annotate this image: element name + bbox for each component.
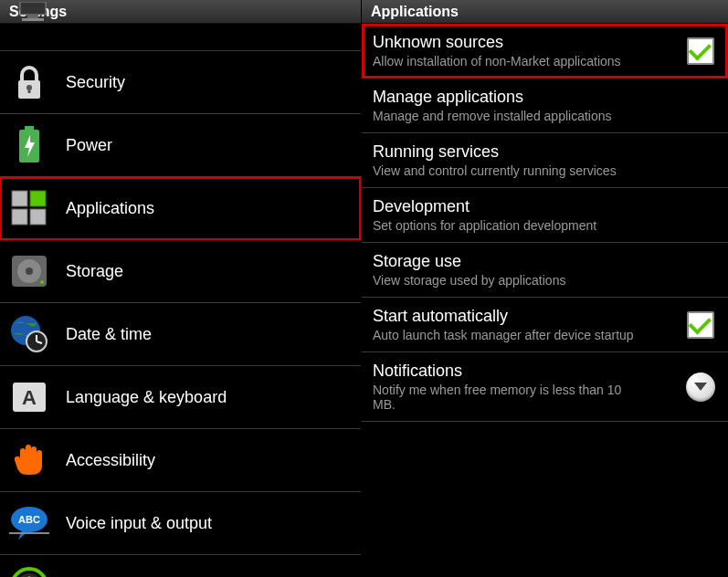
svg-text:ABC: ABC xyxy=(18,514,40,525)
item-subtitle: Notify me when free memory is less than … xyxy=(373,383,647,412)
voice-abc-icon: ABC xyxy=(9,503,49,543)
settings-item-security[interactable]: Security xyxy=(0,51,361,114)
app-item-running-services[interactable]: Running services View and control curren… xyxy=(362,133,728,188)
app-item-storage-use[interactable]: Storage use View storage used by applica… xyxy=(362,243,728,298)
settings-item-truncated[interactable] xyxy=(0,24,361,51)
svg-text:A: A xyxy=(22,386,37,409)
settings-item-accessibility[interactable]: Accessibility xyxy=(0,429,361,492)
item-subtitle: Allow installation of non-Market applica… xyxy=(373,54,677,68)
applications-header: Applications xyxy=(362,0,728,24)
display-icon xyxy=(15,2,51,24)
item-title: Storage use xyxy=(373,252,717,271)
applications-pane: Applications Unknown sources Allow insta… xyxy=(362,0,728,577)
svg-rect-2 xyxy=(22,18,44,21)
svg-rect-9 xyxy=(12,191,27,206)
start-automatically-checkbox[interactable] xyxy=(684,309,717,341)
app-item-start-automatically[interactable]: Start automatically Auto launch task man… xyxy=(362,298,728,352)
item-title: Running services xyxy=(373,142,717,162)
item-title: Start automatically xyxy=(373,307,677,326)
applications-title: Applications xyxy=(371,4,459,20)
checkbox-checked-icon xyxy=(687,37,714,65)
app-item-unknown-sources[interactable]: Unknown sources Allow installation of no… xyxy=(362,24,728,79)
settings-item-applications[interactable]: Applications xyxy=(0,177,361,240)
svg-point-16 xyxy=(40,280,44,284)
item-title: Unknown sources xyxy=(373,33,677,52)
settings-item-label: Security xyxy=(66,73,125,92)
item-title: Notifications xyxy=(373,362,677,381)
svg-rect-25 xyxy=(9,532,49,534)
settings-item-about-phone[interactable]: About phone xyxy=(0,555,361,577)
item-title: Development xyxy=(373,197,717,216)
hand-icon xyxy=(9,440,49,480)
svg-rect-11 xyxy=(12,209,27,225)
svg-rect-1 xyxy=(27,15,38,18)
item-subtitle: Set options for application development xyxy=(373,218,717,233)
svg-point-27 xyxy=(16,573,42,577)
svg-rect-10 xyxy=(30,191,46,206)
info-icon xyxy=(9,566,49,577)
settings-item-voice-input-output[interactable]: ABC Voice input & output xyxy=(0,492,361,555)
settings-item-power[interactable]: Power xyxy=(0,114,361,177)
svg-rect-0 xyxy=(20,2,46,15)
settings-list: Security Power xyxy=(0,24,361,577)
item-subtitle: Auto launch task manager after device st… xyxy=(373,328,677,342)
app-item-manage-applications[interactable]: Manage applications Manage and remove in… xyxy=(362,79,728,133)
settings-item-label: Storage xyxy=(66,262,123,281)
svg-rect-6 xyxy=(25,126,34,130)
app-item-development[interactable]: Development Set options for application … xyxy=(362,188,728,243)
settings-item-label: Power xyxy=(66,136,112,155)
settings-item-label: Accessibility xyxy=(66,451,155,470)
svg-point-15 xyxy=(26,268,33,275)
settings-item-language-keyboard[interactable]: A Language & keyboard xyxy=(0,366,361,429)
chevron-down-icon xyxy=(686,372,715,402)
lock-icon xyxy=(9,62,49,102)
settings-pane: Settings xyxy=(0,0,362,577)
storage-icon xyxy=(9,251,49,291)
svg-rect-12 xyxy=(30,209,46,225)
settings-item-storage[interactable]: Storage xyxy=(0,240,361,303)
notifications-dropdown[interactable] xyxy=(684,371,717,404)
svg-rect-5 xyxy=(28,88,31,93)
battery-icon xyxy=(9,125,49,165)
keyboard-a-icon: A xyxy=(9,377,49,417)
item-subtitle: View storage used by applications xyxy=(373,273,717,288)
settings-item-label: Applications xyxy=(66,199,154,218)
settings-item-label: Language & keyboard xyxy=(66,388,227,407)
unknown-sources-checkbox[interactable] xyxy=(684,35,717,68)
item-subtitle: Manage and remove installed applications xyxy=(373,109,717,123)
item-subtitle: View and control currently running servi… xyxy=(373,163,717,178)
settings-item-label: Date & time xyxy=(66,325,152,344)
settings-header: Settings xyxy=(0,0,361,24)
settings-item-date-time[interactable]: Date & time xyxy=(0,303,361,366)
globe-clock-icon xyxy=(9,314,49,354)
item-title: Manage applications xyxy=(373,88,717,107)
app-item-notifications[interactable]: Notifications Notify me when free memory… xyxy=(362,352,728,422)
settings-item-label: Voice input & output xyxy=(66,514,212,533)
checkbox-checked-icon xyxy=(687,311,714,339)
applications-list: Unknown sources Allow installation of no… xyxy=(362,24,728,422)
apps-icon xyxy=(9,188,49,228)
